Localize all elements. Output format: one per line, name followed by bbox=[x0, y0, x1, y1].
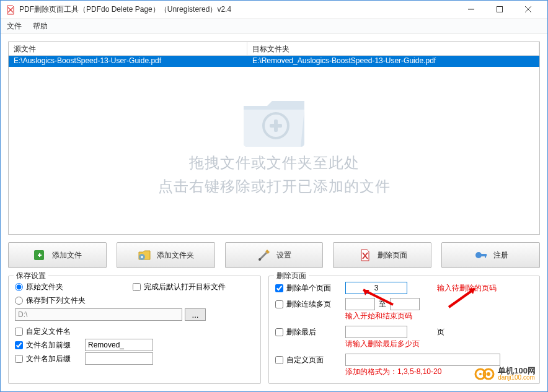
window-title: PDF删除页面工具（PDFdo Delete Page）（Unregistere… bbox=[19, 4, 457, 15]
save-path-input bbox=[15, 308, 182, 321]
title-bar: PDF删除页面工具（PDFdo Delete Page）（Unregistere… bbox=[1, 1, 547, 19]
svg-point-10 bbox=[259, 258, 261, 261]
register-icon bbox=[474, 248, 488, 263]
check-delete-range[interactable]: 删除连续多页 bbox=[275, 299, 340, 310]
add-folder-button[interactable]: 添加文件夹 bbox=[117, 242, 215, 268]
table-header: 源文件 目标文件夹 bbox=[9, 42, 539, 56]
check-custom-name[interactable]: 自定义文件名 bbox=[15, 324, 254, 338]
custom-pages-input[interactable] bbox=[345, 354, 500, 366]
close-button[interactable] bbox=[514, 0, 542, 19]
menu-help[interactable]: 帮助 bbox=[33, 21, 48, 32]
single-page-input[interactable] bbox=[345, 282, 407, 294]
dropzone-hint: 拖拽文件或文件夹至此处 点击右键移除或打开已添加的文件 bbox=[9, 56, 539, 234]
menu-bar: 文件 帮助 bbox=[1, 19, 547, 34]
maximize-button[interactable] bbox=[485, 0, 514, 19]
svg-rect-1 bbox=[497, 7, 503, 12]
add-file-button[interactable]: 添加文件 bbox=[8, 242, 107, 268]
browse-button[interactable]: ... bbox=[185, 308, 206, 321]
settings-icon bbox=[257, 248, 272, 263]
hint-last: 请输入删除最后多少页 bbox=[345, 339, 533, 349]
check-delete-single[interactable]: 删除单个页面 bbox=[275, 283, 340, 294]
delete-page-button[interactable]: 删除页面 bbox=[333, 242, 431, 268]
check-prefix[interactable]: 文件名加前缀 bbox=[15, 338, 254, 352]
range-start-input[interactable] bbox=[345, 298, 375, 310]
radio-original-folder[interactable]: 原始文件夹 bbox=[15, 280, 120, 294]
range-end-input[interactable] bbox=[390, 298, 420, 310]
check-suffix[interactable]: 文件名加后缀 bbox=[15, 352, 254, 365]
menu-file[interactable]: 文件 bbox=[7, 21, 22, 32]
add-file-icon bbox=[32, 248, 47, 263]
dropzone-line2: 点击右键移除或打开已添加的文件 bbox=[158, 176, 391, 196]
save-settings-group: 保存设置 原始文件夹 保存到下列文件夹 完成后默认打开目标文件 bbox=[8, 276, 261, 384]
check-delete-last[interactable]: 删除最后 bbox=[275, 327, 340, 338]
col-source[interactable]: 源文件 bbox=[9, 42, 247, 55]
svg-point-16 bbox=[487, 372, 490, 376]
delete-page-icon bbox=[358, 248, 373, 263]
toolbar-row: 添加文件 添加文件夹 设置 删除页面 注册 bbox=[8, 241, 540, 269]
cell-source: E:\Auslogics-BoostSpeed-13-User-Guide.pd… bbox=[9, 56, 247, 67]
folder-plus-icon bbox=[240, 94, 308, 149]
add-folder-icon bbox=[137, 248, 152, 263]
radio-save-below[interactable]: 保存到下列文件夹 bbox=[15, 294, 120, 307]
hint-single: 输入待删除的页码 bbox=[437, 283, 497, 294]
svg-rect-13 bbox=[485, 254, 486, 258]
dropzone-line1: 拖拽文件或文件夹至此处 bbox=[189, 153, 360, 173]
watermark-icon bbox=[474, 367, 495, 381]
save-legend: 保存设置 bbox=[14, 271, 48, 281]
col-target[interactable]: 目标文件夹 bbox=[247, 42, 539, 55]
app-icon bbox=[6, 5, 15, 15]
check-delete-custom[interactable]: 自定义页面 bbox=[275, 355, 340, 365]
svg-rect-6 bbox=[274, 120, 278, 132]
svg-rect-7 bbox=[270, 124, 282, 128]
hint-range: 输入开始和结束页码 bbox=[345, 311, 533, 321]
minimize-button[interactable] bbox=[457, 0, 485, 19]
table-row[interactable]: E:\Auslogics-BoostSpeed-13-User-Guide.pd… bbox=[9, 56, 539, 67]
delete-pages-group: 删除页面 删除单个页面 输入待删除的页码 删除连续多页 bbox=[268, 276, 540, 384]
settings-button[interactable]: 设置 bbox=[225, 242, 324, 268]
svg-point-4 bbox=[262, 112, 289, 139]
last-pages-input[interactable] bbox=[345, 326, 407, 338]
prefix-input[interactable] bbox=[85, 339, 153, 351]
file-table[interactable]: 源文件 目标文件夹 E:\Auslogics-BoostSpeed-13-Use… bbox=[8, 41, 540, 235]
site-watermark: 单机100网 danji100.com bbox=[474, 367, 536, 381]
register-button[interactable]: 注册 bbox=[441, 242, 540, 268]
cell-target: E:\Removed_Auslogics-BoostSpeed-13-User-… bbox=[247, 56, 539, 67]
check-open-after[interactable]: 完成后默认打开目标文件 bbox=[133, 280, 226, 294]
svg-point-5 bbox=[265, 115, 287, 137]
suffix-input[interactable] bbox=[85, 352, 153, 365]
